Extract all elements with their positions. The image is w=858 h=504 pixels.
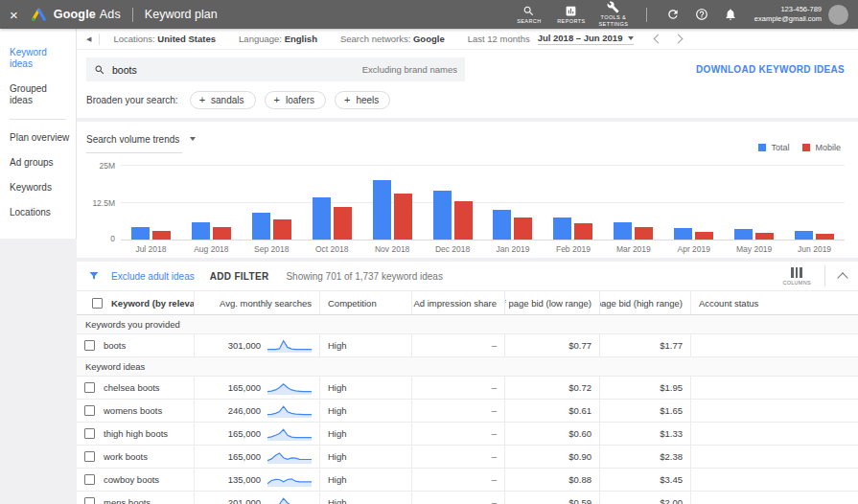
trends-title-dropdown[interactable]: Search volume trends xyxy=(86,129,196,153)
broaden-chip-sandals[interactable]: +sandals xyxy=(190,91,256,109)
row-checkbox[interactable] xyxy=(84,405,95,416)
download-keyword-ideas-button[interactable]: DOWNLOAD KEYWORD IDEAS xyxy=(696,64,845,75)
next-period-icon[interactable] xyxy=(674,34,684,44)
avg-monthly-searches-cell: 165,000 xyxy=(194,446,319,468)
header-avg-monthly-searches[interactable]: Avg. monthly searches xyxy=(194,291,319,314)
add-filter-button[interactable]: ADD FILTER xyxy=(210,271,269,282)
sidebar-item-locations[interactable]: Locations xyxy=(0,200,76,225)
tools-settings-nav-button[interactable]: TOOLS & SETTINGS xyxy=(594,1,633,28)
columns-button[interactable]: COLUMNS xyxy=(782,267,811,286)
page-title: Keyword plan xyxy=(145,8,218,21)
notifications-bell-icon[interactable] xyxy=(718,2,743,27)
refresh-icon[interactable] xyxy=(661,2,685,27)
collapse-panel-icon[interactable]: ◀ xyxy=(86,35,91,43)
date-range-picker[interactable]: Jul 2018 – Jun 2019 xyxy=(538,33,635,45)
exclude-adult-ideas-link[interactable]: Exclude adult ideas xyxy=(111,271,195,282)
top-bid-high-cell: $1.33 xyxy=(599,423,690,445)
sidebar-item-keywords[interactable]: Keywords xyxy=(0,175,76,200)
previous-period-icon[interactable] xyxy=(654,34,663,44)
sidebar-item-keyword-ideas[interactable]: Keyword ideas xyxy=(0,40,76,77)
x-axis-label: Dec 2018 xyxy=(423,244,483,254)
total-bar xyxy=(192,222,210,240)
avg-monthly-searches-cell: 135,000 xyxy=(194,469,319,491)
row-checkbox[interactable] xyxy=(84,497,95,504)
account-email: example@gmail.com xyxy=(754,14,822,24)
keyword-cell: thigh high boots xyxy=(77,423,194,445)
competition-cell: High xyxy=(319,446,411,468)
row-checkbox[interactable] xyxy=(84,382,95,393)
reports-icon xyxy=(565,5,577,17)
reports-nav-button[interactable]: REPORTS xyxy=(552,5,591,25)
mobile-bar xyxy=(394,194,412,240)
sidebar-divider xyxy=(10,119,66,120)
filter-icon[interactable] xyxy=(88,270,100,282)
row-checkbox[interactable] xyxy=(84,451,95,462)
ad-impression-share-cell: – xyxy=(411,334,504,356)
ad-impression-share-cell: – xyxy=(411,423,504,445)
keyword-label: chelsea boots xyxy=(104,382,160,393)
select-all-checkbox[interactable] xyxy=(92,298,103,309)
row-checkbox[interactable] xyxy=(84,340,95,351)
table-row: boots301,000High–$0.77$1.77 xyxy=(77,334,858,357)
help-icon[interactable] xyxy=(689,2,714,27)
keyword-search-box[interactable]: Excluding brand names xyxy=(86,57,465,81)
language-setting[interactable]: Language: English xyxy=(239,34,317,44)
search-nav-button[interactable]: SEARCH xyxy=(510,5,548,25)
account-status-cell xyxy=(690,423,858,445)
keyword-search-input[interactable] xyxy=(112,64,362,76)
chart-legend: Total Mobile xyxy=(745,143,841,152)
tools-icon xyxy=(607,1,619,13)
locations-setting[interactable]: Locations: United States xyxy=(113,34,216,44)
keyword-label: cowboy boots xyxy=(104,474,159,485)
top-bid-high-cell: $3.45 xyxy=(599,469,690,491)
toolbar-divider xyxy=(824,265,825,286)
x-axis-label: Apr 2019 xyxy=(663,244,724,254)
header-account-status[interactable]: Account status xyxy=(690,291,858,314)
header-top-bid-low[interactable]: Top of page bid (low range) xyxy=(504,291,599,314)
top-bid-high-cell: $1.65 xyxy=(599,400,690,422)
table-row: chelsea boots165,000High–$0.72$1.95 xyxy=(77,377,858,400)
x-axis-label: Aug 2018 xyxy=(181,244,242,254)
plus-icon: + xyxy=(274,95,280,105)
header-competition[interactable]: Competition xyxy=(319,291,411,314)
avg-monthly-searches-cell: 165,000 xyxy=(194,377,319,399)
bar-group-jun-2019 xyxy=(784,165,845,240)
top-bid-low-cell: $0.90 xyxy=(504,446,599,468)
legend-label-mobile: Mobile xyxy=(815,143,841,152)
row-checkbox[interactable] xyxy=(84,428,95,439)
bar-group-may-2019 xyxy=(724,165,784,240)
header-keyword[interactable]: Keyword (by relevance)↓ xyxy=(77,291,194,314)
broaden-search-row: Broaden your search: +sandals +loafers +… xyxy=(77,85,858,118)
total-legend-swatch xyxy=(758,144,766,151)
avatar[interactable] xyxy=(828,5,848,25)
top-bar: × Google Ads Keyword plan SEARCH REPORTS… xyxy=(0,0,858,29)
x-axis-label: Oct 2018 xyxy=(302,244,362,254)
main-content: ◀ Locations: United States Language: Eng… xyxy=(77,29,858,504)
account-status-cell xyxy=(690,446,858,468)
account-status-cell xyxy=(690,469,858,491)
sidebar-item-plan-overview[interactable]: Plan overview xyxy=(0,126,76,150)
x-axis-label: Sep 2018 xyxy=(242,244,302,254)
broaden-chip-heels[interactable]: +heels xyxy=(335,91,390,109)
collapse-table-icon[interactable] xyxy=(837,272,847,283)
competition-cell: High xyxy=(319,377,411,399)
header-top-bid-high[interactable]: Top of page bid (high range) xyxy=(599,291,690,314)
account-status-cell xyxy=(690,377,858,399)
row-checkbox[interactable] xyxy=(84,474,95,485)
broaden-chip-loafers[interactable]: +loafers xyxy=(265,91,326,109)
networks-setting[interactable]: Search networks: Google xyxy=(340,34,445,44)
plus-icon: + xyxy=(344,95,350,105)
keyword-label: mens boots xyxy=(104,497,151,504)
close-icon[interactable]: × xyxy=(10,8,18,22)
total-bar xyxy=(433,191,452,240)
brand-name: Google Ads xyxy=(54,8,121,21)
topbar-actions: SEARCH REPORTS TOOLS & SETTINGS 123-456- xyxy=(508,1,848,28)
account-status-cell xyxy=(690,400,858,422)
plus-icon: + xyxy=(199,95,205,105)
sidebar-item-ad-groups[interactable]: Ad groups xyxy=(0,150,76,175)
searches-sparkline xyxy=(267,403,312,418)
total-bar xyxy=(252,213,270,240)
header-ad-impression-share[interactable]: Ad impression share xyxy=(411,291,504,314)
sidebar-item-grouped-ideas[interactable]: Grouped ideas xyxy=(0,77,76,113)
sidebar: Keyword ideas Grouped ideas Plan overvie… xyxy=(0,29,77,504)
